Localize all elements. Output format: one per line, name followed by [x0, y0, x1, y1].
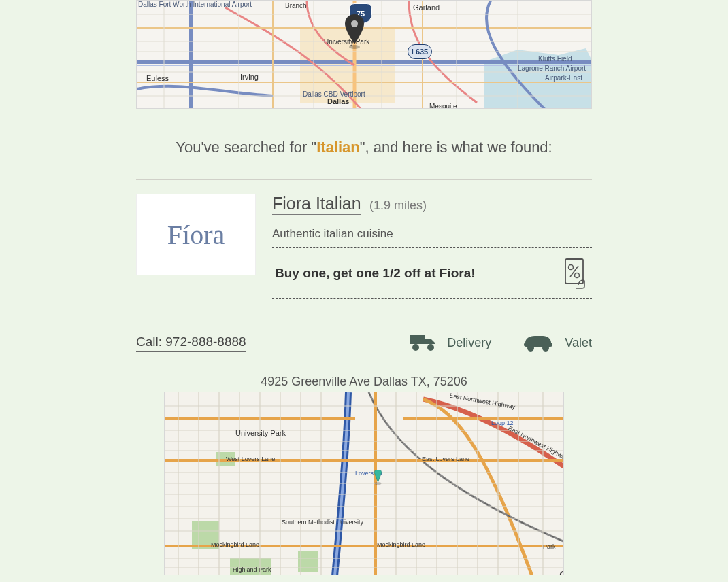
feature-valet: Valet: [521, 330, 592, 356]
svg-point-13: [542, 345, 549, 352]
svg-point-20: [561, 572, 565, 576]
map-label-garland: Garland: [413, 3, 440, 12]
svg-point-7: [575, 273, 580, 278]
loc-label-park: Park: [543, 543, 556, 550]
svg-point-3: [351, 20, 358, 27]
map-label-airpark: Airpark-East: [545, 74, 582, 82]
offer-box[interactable]: Buy one, get one 1/2 off at Fiora!: [272, 247, 592, 299]
map-label-dfw: Dallas Fort Worth International Airport: [138, 1, 252, 8]
loc-label-lovers-e: East Lovers Lane: [422, 456, 469, 462]
loc-label-mockingbird-e: Mockingbird Lane: [377, 541, 425, 548]
offer-text: Buy one, get one 1/2 off at Fiora!: [275, 266, 476, 281]
call-link[interactable]: Call: 972-888-8888: [136, 335, 246, 352]
map-label-branch: Branch: [285, 2, 307, 10]
loc-label-univ-park: University Park: [235, 429, 286, 437]
map-label-vertiport: Dallas CBD Vertiport: [303, 90, 365, 98]
svg-point-10: [427, 344, 434, 351]
search-suffix: ", and here is what we found:: [360, 139, 552, 156]
svg-point-12: [527, 345, 534, 352]
loc-label-mockingbird-w: Mockingbird Lane: [211, 541, 259, 548]
map-label-mesquite: Mesquite: [429, 103, 457, 109]
truck-icon: [409, 330, 437, 356]
map-label-lagrone: Lagrone Ranch Airport: [518, 65, 586, 72]
feature-valet-label: Valet: [565, 336, 592, 350]
feature-delivery: Delivery: [409, 330, 491, 356]
loc-label-smu: Southern Methodist University: [282, 519, 325, 526]
svg-point-4: [349, 45, 360, 49]
feature-delivery-label: Delivery: [447, 336, 491, 350]
car-icon: [521, 330, 555, 356]
loc-label-lovers-w: West Lovers Lane: [226, 456, 275, 462]
restaurant-logo[interactable]: Fíora: [136, 194, 256, 275]
shield-i635: I 635: [408, 44, 432, 59]
overview-map[interactable]: Dallas Irving Garland Branch Euless Univ…: [136, 0, 592, 109]
search-result-heading: You've searched for "Italian", and here …: [136, 139, 592, 156]
svg-point-9: [412, 344, 419, 351]
location-pin-icon: [373, 470, 383, 485]
location-map[interactable]: University Park West Lovers Lane East Lo…: [164, 392, 564, 575]
map-label-irving: Irving: [240, 73, 259, 81]
loc-label-highland: Highland Park: [233, 566, 271, 573]
coupon-icon: [563, 258, 588, 289]
search-prefix: You've searched for ": [176, 139, 316, 156]
search-term: Italian: [316, 139, 360, 156]
restaurant-distance: (1.9 miles): [369, 199, 427, 212]
map-label-euless: Euless: [146, 74, 169, 82]
restaurant-tagline: Authentic italian cuisine: [272, 227, 592, 241]
restaurant-address: 4925 Greenville Ave Dallas TX, 75206: [136, 375, 592, 389]
svg-point-6: [569, 265, 574, 270]
result-listing: Fíora Fiora Italian (1.9 miles) Authenti…: [136, 180, 592, 581]
map-label-dallas: Dallas: [327, 97, 349, 105]
restaurant-name-link[interactable]: Fiora Italian: [272, 194, 361, 215]
map-label-klutts: Klutts Field: [538, 55, 572, 63]
